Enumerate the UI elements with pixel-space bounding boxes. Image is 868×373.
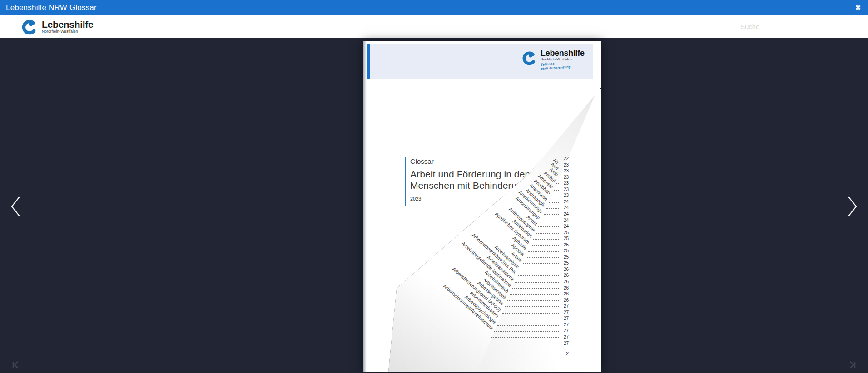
toc-leader-dots: [500, 319, 560, 319]
toc-entry-page: 23: [560, 193, 569, 198]
toc-entry-page: 26: [560, 273, 569, 278]
brand-name: Lebenshilfe: [42, 20, 93, 29]
toc-leader-dots: [541, 221, 560, 221]
toc-leader-dots: [536, 233, 560, 234]
toc-entry-page: 24: [560, 218, 569, 223]
toc-entry-page: 24: [560, 224, 569, 229]
window-titlebar: Lebenshilfe NRW Glossar ✖: [0, 0, 868, 15]
next-page-arrow-icon[interactable]: [843, 194, 863, 220]
toc-leader-dots: [554, 190, 560, 191]
toc-entry-page: 26: [560, 279, 569, 284]
app-header: Lebenshilfe Nordrhein-Westfalen: [0, 15, 868, 38]
toc-leader-dots: [533, 239, 560, 240]
toc-entry-page: 25: [560, 260, 569, 265]
toc-leader-dots: [526, 257, 560, 258]
toc-entry-page: 23: [560, 168, 569, 173]
close-icon[interactable]: ✖: [852, 2, 864, 14]
toc-leader-dots: [531, 245, 560, 246]
toc-leader-dots: [512, 288, 560, 289]
search-input[interactable]: [740, 20, 836, 32]
doc-category: Glossar: [410, 157, 542, 165]
toc-page-number: 2: [559, 351, 569, 356]
toc-leader-dots: [544, 214, 560, 215]
toc-leader-dots: [491, 337, 560, 338]
toc-entry-page: 23: [560, 181, 569, 186]
cover-band-accent-bar: [367, 44, 370, 79]
toc-entry-page: 23: [560, 162, 569, 167]
cover-brand-name: Lebenshilfe: [541, 49, 585, 57]
toc-leader-dots: [538, 226, 560, 227]
toc-entry-page: 25: [560, 248, 569, 253]
first-page-icon[interactable]: [10, 360, 22, 370]
toc-leader-dots: [507, 300, 560, 301]
toc-leader-dots: [528, 251, 560, 252]
toc-entry-page: 27: [560, 334, 569, 339]
toc-leader-dots: [515, 282, 560, 283]
brand-region: Nordrhein-Westfalen: [42, 29, 93, 34]
toc-leader-dots: [551, 196, 560, 196]
toc-entry-page: 25: [560, 236, 569, 241]
lebenshilfe-logo-icon: [521, 49, 538, 66]
toc-entry-page: 24: [560, 199, 569, 204]
toc-entry-page: 27: [560, 316, 569, 321]
toc-entry-page: 23: [560, 187, 569, 192]
toc-entry-page: 22: [560, 156, 569, 161]
toc-entry-page: 25: [560, 242, 569, 247]
toc-entry-page: 23: [560, 175, 569, 180]
toc-leader-dots: [489, 344, 560, 344]
toc-entry-page: 27: [560, 341, 569, 346]
window-title: Lebenshilfe NRW Glossar: [0, 3, 97, 12]
toc-leader-dots: [494, 331, 560, 332]
toc-entry-page: 26: [560, 298, 569, 303]
toc-entry-page: 27: [560, 322, 569, 327]
toc-leader-dots: [510, 294, 560, 295]
cover-logo: Lebenshilfe Nordrhein-Westfalen Teilhabe…: [521, 49, 585, 71]
toc-leader-dots: [549, 202, 560, 203]
toc-leader-dots: [497, 325, 560, 326]
viewer-stage: 2 2223Alt23Amt23Amb23Ambul23Amnesie23Ana…: [0, 38, 868, 373]
toc-leader-dots: [502, 313, 560, 314]
toc-entry-page: 27: [560, 328, 569, 333]
toc-leader-dots: [505, 306, 560, 307]
toc-leader-dots: [546, 208, 560, 209]
toc-entry-page: 26: [560, 291, 569, 296]
toc-entry-page: 24: [560, 211, 569, 216]
last-page-icon[interactable]: [846, 360, 858, 370]
header-logo: Lebenshilfe Nordrhein-Westfalen: [21, 18, 93, 35]
cover-band: Lebenshilfe Nordrhein-Westfalen Teilhabe…: [367, 44, 593, 79]
toc-entry-page: 25: [560, 230, 569, 235]
toc-entry-page: 27: [560, 310, 569, 315]
toc-leader-dots: [523, 263, 560, 264]
toc-entry-page: 25: [560, 255, 569, 260]
toc-entry-page: 24: [560, 205, 569, 210]
flipbook-page[interactable]: 2 2223Alt23Amt23Amb23Ambul23Amnesie23Ana…: [363, 41, 601, 372]
toc-entry-page: 26: [560, 285, 569, 290]
toc-leader-dots: [518, 275, 560, 276]
toc-entry-page: 26: [560, 267, 569, 272]
toc-leader-dots: [520, 270, 560, 270]
toc-leader-dots: [556, 183, 560, 184]
toc-entry-page: 27: [560, 304, 569, 309]
previous-page-arrow-icon[interactable]: [5, 194, 25, 220]
lebenshilfe-logo-icon: [21, 18, 39, 35]
